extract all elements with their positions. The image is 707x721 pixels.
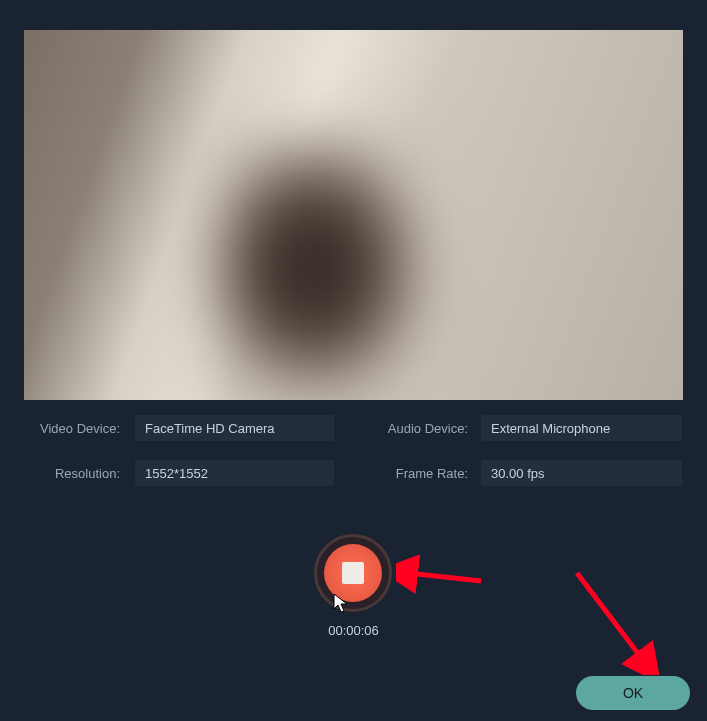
resolution-value: 1552*1552 bbox=[145, 466, 208, 481]
stop-record-inner bbox=[324, 544, 382, 602]
video-device-label: Video Device: bbox=[30, 421, 126, 436]
frame-rate-value: 30.00 fps bbox=[491, 466, 545, 481]
audio-device-value: External Microphone bbox=[491, 421, 610, 436]
video-device-select[interactable]: FaceTime HD Camera bbox=[135, 415, 334, 441]
annotation-arrow-2 bbox=[565, 565, 665, 675]
ok-button[interactable]: OK bbox=[576, 676, 690, 710]
resolution-label: Resolution: bbox=[30, 466, 126, 481]
resolution-select[interactable]: 1552*1552 bbox=[135, 460, 334, 486]
audio-device-select[interactable]: External Microphone bbox=[481, 415, 682, 441]
video-device-value: FaceTime HD Camera bbox=[145, 421, 275, 436]
stop-icon bbox=[342, 562, 364, 584]
frame-rate-label: Frame Rate: bbox=[378, 466, 474, 481]
svg-line-3 bbox=[577, 573, 643, 660]
svg-line-1 bbox=[408, 573, 481, 581]
camera-preview bbox=[24, 30, 683, 400]
audio-device-label: Audio Device: bbox=[378, 421, 474, 436]
recording-timer: 00:00:06 bbox=[0, 623, 707, 638]
stop-record-button[interactable] bbox=[314, 534, 392, 612]
frame-rate-select[interactable]: 30.00 fps bbox=[481, 460, 682, 486]
annotation-arrow-1 bbox=[396, 555, 486, 595]
